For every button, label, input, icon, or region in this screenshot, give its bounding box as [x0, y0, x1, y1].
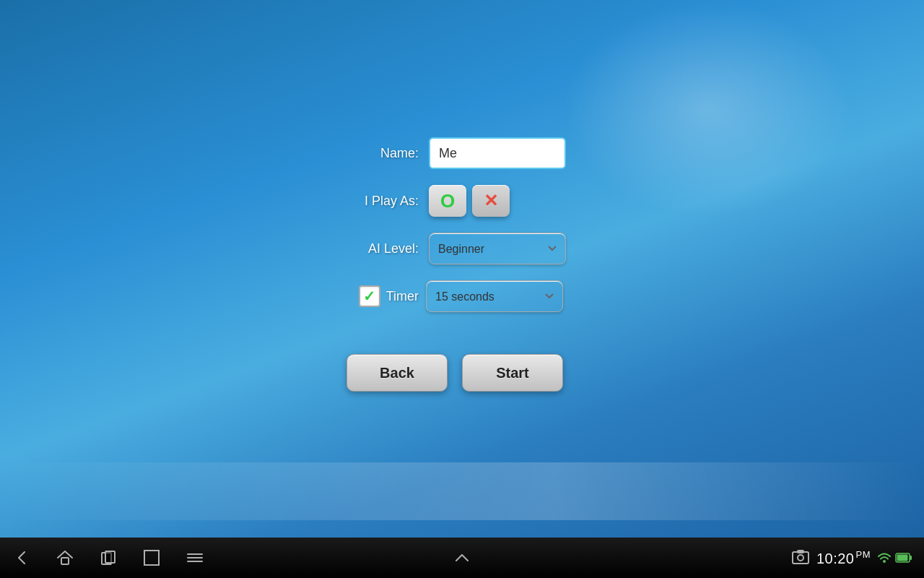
nav-right: 10:20PM: [472, 548, 912, 568]
home-nav-icon[interactable]: [55, 548, 75, 568]
menu-nav-icon[interactable]: [185, 548, 205, 568]
x-symbol: ✕: [484, 191, 498, 211]
svg-point-8: [798, 555, 803, 561]
play-as-buttons: O ✕: [429, 185, 510, 217]
timer-row: ✓ Timer 5 seconds 10 seconds 15 seconds …: [346, 280, 592, 312]
svg-rect-7: [793, 552, 808, 564]
svg-rect-12: [910, 556, 912, 560]
play-as-label: I Play As:: [346, 194, 419, 209]
svg-point-10: [883, 560, 886, 563]
name-row: Name:: [346, 137, 592, 169]
checkmark-icon: ✓: [363, 289, 375, 303]
nav-left: [12, 548, 452, 568]
action-buttons: Back Start: [346, 354, 563, 392]
name-input[interactable]: [429, 137, 566, 169]
ai-level-row: AI Level: Beginner Intermediate Advanced: [346, 233, 592, 264]
name-label: Name:: [346, 146, 419, 161]
svg-rect-0: [61, 558, 69, 564]
o-symbol: O: [440, 191, 455, 210]
time-display: 10:20PM: [816, 549, 871, 567]
timer-select[interactable]: 5 seconds 10 seconds 15 seconds 30 secon…: [426, 280, 563, 312]
time-suffix: PM: [856, 549, 871, 560]
chevron-up-icon[interactable]: [452, 548, 472, 568]
nav-bar: 10:20PM: [0, 538, 924, 578]
ai-level-label: AI Level:: [346, 241, 419, 256]
recent-apps-icon[interactable]: [98, 548, 118, 568]
ai-level-select[interactable]: Beginner Intermediate Advanced: [429, 233, 566, 264]
start-button[interactable]: Start: [462, 354, 563, 392]
resize-icon[interactable]: [141, 548, 162, 568]
timer-label: Timer: [386, 289, 419, 304]
timer-checkbox[interactable]: ✓: [359, 285, 380, 307]
screenshot-icon[interactable]: [790, 548, 811, 568]
battery-icon: [895, 552, 912, 564]
play-as-x-button[interactable]: ✕: [472, 185, 510, 217]
wifi-icon: [876, 550, 892, 566]
nav-center: [452, 548, 472, 568]
back-nav-icon[interactable]: [12, 548, 32, 568]
svg-rect-2: [105, 551, 115, 563]
play-as-row: I Play As: O ✕: [346, 185, 592, 217]
svg-rect-3: [144, 551, 159, 565]
status-icons: [876, 550, 912, 566]
time-value: 10:20: [816, 550, 855, 566]
timer-label-group: ✓ Timer: [346, 285, 419, 307]
play-as-o-button[interactable]: O: [429, 185, 466, 217]
svg-rect-13: [897, 555, 908, 561]
back-button[interactable]: Back: [346, 354, 448, 392]
